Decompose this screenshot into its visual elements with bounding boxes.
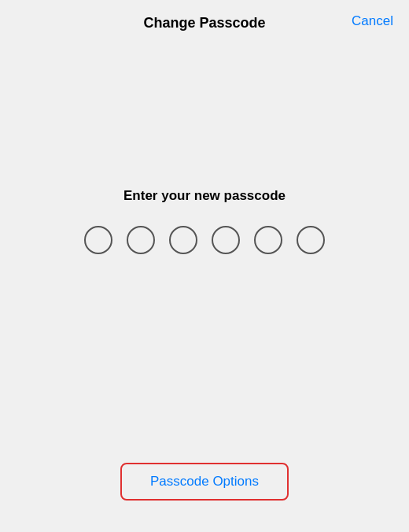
passcode-circle-6 xyxy=(297,226,325,254)
passcode-circle-5 xyxy=(254,226,282,254)
header: Change Passcode Cancel xyxy=(0,0,409,42)
passcode-circle-1 xyxy=(84,226,112,254)
passcode-circle-3 xyxy=(169,226,197,254)
page-title: Change Passcode xyxy=(143,15,265,31)
passcode-options-button[interactable]: Passcode Options xyxy=(120,463,289,501)
passcode-circle-2 xyxy=(127,226,155,254)
cancel-button[interactable]: Cancel xyxy=(352,13,393,29)
passcode-circles xyxy=(84,226,325,254)
content-area: Enter your new passcode xyxy=(0,42,409,463)
passcode-circle-4 xyxy=(212,226,240,254)
page-container: Change Passcode Cancel Enter your new pa… xyxy=(0,0,409,532)
passcode-options-label: Passcode Options xyxy=(150,474,259,489)
prompt-text: Enter your new passcode xyxy=(123,188,286,204)
bottom-area: Passcode Options xyxy=(0,463,409,532)
